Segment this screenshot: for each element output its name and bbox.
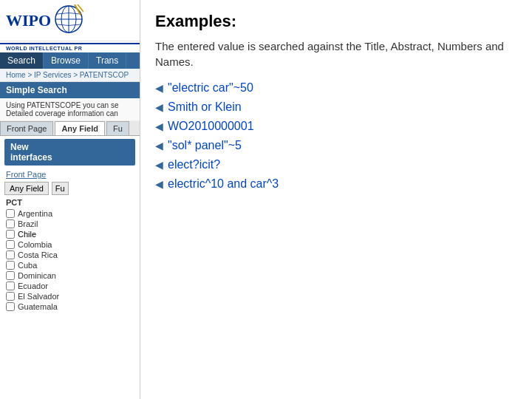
example-list: ◀ "electric car"~50 ◀ Smith or Klein ◀ W… [155,81,517,191]
logo-bar: WIPO [0,0,140,41]
list-item: ◀ Smith or Klein [155,100,517,114]
country-label: Brazil [18,219,38,228]
bullet-icon: ◀ [155,82,163,94]
country-checkbox-colombia[interactable] [6,240,15,249]
country-label: Colombia [18,240,52,249]
any-field-row: Any Field Fu [0,180,140,197]
list-item: Colombia [6,239,134,250]
bullet-icon: ◀ [155,120,163,132]
nav-browse[interactable]: Browse [44,52,89,69]
nav-search[interactable]: Search [0,52,44,69]
search-info: Using PATENTSCOPE you can se Detailed co… [0,98,140,121]
country-checkbox-ecuador[interactable] [6,282,15,290]
example-link-6[interactable]: electric^10 and car^3 [168,177,279,191]
pct-label: PCT [6,198,134,207]
example-link-5[interactable]: elect?icit? [168,158,220,171]
new-interfaces-button[interactable]: New interfaces [4,139,135,166]
country-checkbox-el-salvador[interactable] [6,292,15,301]
example-link-3[interactable]: WO2010000001 [168,120,254,133]
fu-button[interactable]: Fu [52,182,69,195]
list-item: Guatemala [6,301,134,312]
country-label: Dominican [18,271,56,280]
list-item: Dominican [6,270,134,281]
nav-trans[interactable]: Trans [89,52,126,69]
country-checkbox-cuba[interactable] [6,261,15,270]
country-list: Argentina Brazil Chile Colombia Costa Ri… [0,208,140,312]
list-item: ◀ elect?icit? [155,158,517,171]
wipo-logo-text: WIPO [6,11,51,30]
example-link-4[interactable]: "sol* panel"~5 [168,139,242,152]
right-panel: Examples: The entered value is searched … [140,0,532,399]
country-checkbox-costa-rica[interactable] [6,250,15,259]
bullet-icon: ◀ [155,101,163,113]
list-item: El Salvador [6,291,134,301]
left-panel: WIPO WORLD INTELLECTUAL PR Search Browse… [0,0,140,399]
tab-fu[interactable]: Fu [106,121,129,135]
country-checkbox-brazil[interactable] [6,219,15,228]
list-item: Chile [6,229,134,239]
tab-front-page[interactable]: Front Page [0,121,53,135]
list-item: ◀ WO2010000001 [155,120,517,133]
list-item: Brazil [6,219,134,229]
breadcrumb: Home > IP Services > PATENTSCOP [0,69,140,82]
nav-bar: Search Browse Trans [0,52,140,69]
wipo-logo-graphic [54,4,83,36]
list-item: ◀ "sol* panel"~5 [155,139,517,152]
list-item: Argentina [6,208,134,219]
country-label: Chile [18,230,36,239]
country-label: Cuba [18,261,37,270]
bullet-icon: ◀ [155,140,163,151]
country-label: Costa Rica [18,250,58,259]
tabs-row: Front Page Any Field Fu [0,121,140,136]
examples-title: Examples: [155,12,517,31]
list-item: ◀ electric^10 and car^3 [155,177,517,191]
country-label: Guatemala [18,302,58,311]
country-checkbox-dominican[interactable] [6,271,15,280]
list-item: ◀ "electric car"~50 [155,81,517,95]
example-link-2[interactable]: Smith or Klein [168,100,242,114]
bullet-icon: ◀ [155,178,163,190]
list-item: Cuba [6,260,134,270]
list-item: Costa Rica [6,250,134,260]
world-intellectual-label: WORLD INTELLECTUAL PR [0,43,140,52]
simple-search-header: Simple Search [0,82,140,98]
country-checkbox-argentina[interactable] [6,209,15,218]
country-checkbox-guatemala[interactable] [6,302,15,311]
front-page-link[interactable]: Front Page [0,168,140,180]
tab-any-field[interactable]: Any Field [55,121,105,135]
list-item: Ecuador [6,281,134,291]
country-label: Ecuador [18,282,48,290]
pct-section: PCT [0,197,140,208]
country-label: El Salvador [18,292,59,301]
country-label: Argentina [18,209,52,218]
country-checkbox-chile[interactable] [6,230,15,239]
example-link-1[interactable]: "electric car"~50 [168,81,253,95]
bullet-icon: ◀ [155,159,163,171]
any-field-button[interactable]: Any Field [4,182,49,195]
examples-subtitle: The entered value is searched against th… [155,38,517,69]
